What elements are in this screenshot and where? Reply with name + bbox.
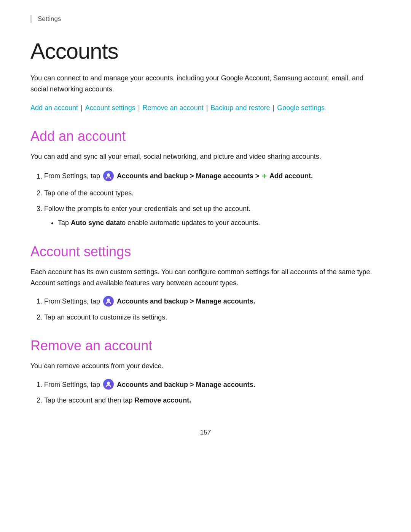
nav-links: Add an account | Account settings | Remo… [30, 102, 381, 113]
breadcrumb: Settings [30, 15, 381, 23]
bullet-text-after: to enable automatic updates to your acco… [120, 219, 260, 227]
add-step-2: Tap one of the account types. [44, 188, 381, 199]
step1-text-before: From Settings, tap [44, 173, 102, 180]
section-remove-title: Remove an account [30, 338, 381, 354]
section-settings-title: Account settings [30, 244, 381, 260]
plus-icon: + [262, 169, 267, 183]
page-container: Settings Accounts You can connect to and… [0, 0, 411, 467]
remove-step-1: From Settings, tap Accounts and backup >… [44, 379, 381, 390]
settings-step1-text-before: From Settings, tap [44, 297, 102, 305]
bullet-bold: Auto sync data [71, 219, 120, 227]
step1-bold-text2: Add account. [269, 173, 313, 180]
nav-link-add-account[interactable]: Add an account [30, 104, 78, 112]
settings-step1-bold: Accounts and backup > Manage accounts. [117, 297, 255, 305]
section-add-intro: You can add and sync all your email, soc… [30, 151, 381, 162]
remove-step2-text-before: Tap the account and then tap [44, 396, 134, 404]
nav-link-google-settings[interactable]: Google settings [277, 104, 325, 112]
accounts-icon-2 [103, 296, 114, 307]
accounts-icon-3 [103, 379, 114, 390]
remove-step1-bold: Accounts and backup > Manage accounts. [117, 381, 255, 388]
page-title: Accounts [30, 38, 381, 64]
nav-link-account-settings[interactable]: Account settings [85, 104, 135, 112]
section-settings-intro: Each account has its own custom settings… [30, 267, 381, 289]
nav-link-backup[interactable]: Backup and restore [210, 104, 270, 112]
add-step-3-bullets: Tap Auto sync datato enable automatic up… [44, 217, 381, 228]
section-remove-intro: You can remove accounts from your device… [30, 361, 381, 372]
nav-sep-1: | [79, 104, 84, 112]
remove-step-2: Tap the account and then tap Remove acco… [44, 395, 381, 406]
intro-paragraph: You can connect to and manage your accou… [30, 73, 381, 95]
add-account-steps: From Settings, tap Accounts and backup >… [30, 170, 381, 228]
remove-account-steps: From Settings, tap Accounts and backup >… [30, 379, 381, 406]
nav-sep-2: | [136, 104, 142, 112]
section-account-settings: Account settings Each account has its ow… [30, 244, 381, 323]
add-step-1: From Settings, tap Accounts and backup >… [44, 170, 381, 183]
account-settings-steps: From Settings, tap Accounts and backup >… [30, 296, 381, 323]
settings-step-1: From Settings, tap Accounts and backup >… [44, 296, 381, 307]
step3-text: Follow the prompts to enter your credent… [44, 205, 250, 212]
bullet-text-before: Tap [58, 219, 71, 227]
section-add-account: Add an account You can add and sync all … [30, 128, 381, 228]
accounts-icon-1 [103, 171, 114, 181]
nav-sep-3: | [204, 104, 210, 112]
step1-bold-text: Accounts and backup > Manage accounts > [117, 173, 261, 180]
page-number: 157 [30, 429, 381, 436]
nav-sep-4: | [271, 104, 276, 112]
nav-link-remove-account[interactable]: Remove an account [143, 104, 204, 112]
bullet-auto-sync: Tap Auto sync datato enable automatic up… [58, 217, 381, 228]
section-add-title: Add an account [30, 128, 381, 144]
settings-step-2: Tap an account to customize its settings… [44, 312, 381, 323]
remove-step2-bold: Remove account. [134, 396, 191, 404]
breadcrumb-text: Settings [38, 15, 61, 22]
remove-step1-text-before: From Settings, tap [44, 381, 102, 388]
section-remove-account: Remove an account You can remove account… [30, 338, 381, 406]
add-step-3: Follow the prompts to enter your credent… [44, 203, 381, 228]
